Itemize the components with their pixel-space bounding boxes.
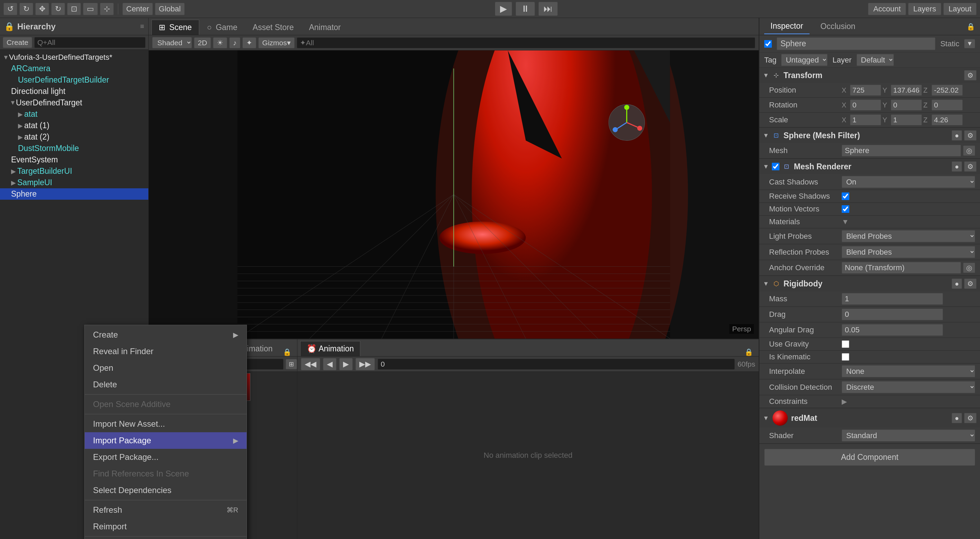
context-import-asset[interactable]: Import New Asset...: [85, 415, 247, 432]
context-reveal[interactable]: Reveal in Finder: [85, 343, 247, 360]
tree-item-arcamera[interactable]: ARCamera: [0, 63, 148, 74]
transform-tool[interactable]: ⊹: [100, 3, 114, 15]
tree-item-targetbuilder[interactable]: ▶ TargetBuilderUI: [0, 165, 148, 177]
transform-settings-btn[interactable]: ⚙: [964, 70, 977, 81]
occlusion-tab[interactable]: Occlusion: [815, 19, 862, 34]
pos-y-field[interactable]: [891, 85, 922, 96]
is-kinematic-checkbox[interactable]: [842, 353, 849, 361]
scale-y-field[interactable]: [891, 114, 922, 125]
anim-playpause-btn[interactable]: ▶: [339, 358, 353, 370]
scene-search[interactable]: [297, 37, 755, 48]
play-button[interactable]: ▶: [495, 2, 512, 16]
layers-btn[interactable]: Layers: [908, 3, 941, 15]
tab-scene[interactable]: ⊞ Scene: [151, 20, 199, 35]
hierarchy-scene-root[interactable]: ▼ Vuforia-3-UserDefinedTargets*: [0, 52, 148, 63]
mesh-filter-settings-btn[interactable]: ⚙: [964, 130, 977, 141]
object-name-field[interactable]: [777, 37, 935, 50]
rotate-tool[interactable]: ↻: [51, 3, 65, 15]
anim-frame-input[interactable]: [378, 359, 735, 370]
tab-animator[interactable]: Animator: [302, 20, 348, 35]
hierarchy-search[interactable]: [34, 37, 146, 48]
tree-item-dirlight[interactable]: Directional light: [0, 86, 148, 97]
tree-item-sampleui[interactable]: ▶ SampleUI: [0, 177, 148, 188]
mesh-renderer-ref-btn[interactable]: ●: [951, 161, 962, 172]
gizmos-btn[interactable]: Gizmos▾: [258, 37, 294, 48]
undo-btn[interactable]: ↺: [3, 3, 17, 15]
layout-btn[interactable]: Layout: [943, 3, 977, 15]
anchor-picker-btn[interactable]: ◎: [963, 263, 975, 273]
mesh-renderer-settings-btn[interactable]: ⚙: [964, 161, 977, 172]
mass-field[interactable]: [842, 293, 943, 305]
rigidbody-header[interactable]: ▼ ⬡ Rigidbody ● ⚙: [759, 276, 980, 291]
context-delete[interactable]: Delete: [85, 376, 247, 393]
shading-select[interactable]: Shaded: [152, 37, 192, 48]
context-import-package[interactable]: Import Package ▶: [85, 432, 247, 449]
hierarchy-create-btn[interactable]: Create: [3, 37, 32, 48]
light-btn[interactable]: ☀: [213, 37, 227, 48]
motion-vectors-checkbox[interactable]: [842, 205, 849, 213]
reflection-probes-select[interactable]: Blend Probes: [842, 246, 975, 258]
inspector-tab[interactable]: Inspector: [764, 19, 810, 34]
context-refresh[interactable]: Refresh ⌘R: [85, 502, 247, 518]
mesh-renderer-enabled[interactable]: [772, 163, 780, 170]
pos-x-field[interactable]: [850, 85, 881, 96]
tab-game[interactable]: ○ Game: [200, 20, 245, 35]
interpolate-select[interactable]: None: [842, 365, 975, 377]
collision-detection-select[interactable]: Discrete: [842, 381, 975, 393]
rect-tool[interactable]: ▭: [83, 3, 98, 15]
anim-next-btn[interactable]: ▶▶: [355, 358, 375, 370]
mesh-renderer-header[interactable]: ▼ ⊡ Mesh Renderer ● ⚙: [759, 159, 980, 174]
tree-item-eventsystem[interactable]: EventSystem: [0, 154, 148, 165]
tag-select[interactable]: Untagged: [781, 54, 827, 66]
context-open[interactable]: Open: [85, 360, 247, 376]
use-gravity-checkbox[interactable]: [842, 340, 849, 348]
add-component-btn[interactable]: Add Component: [764, 449, 975, 466]
redmat-ref-btn[interactable]: ●: [951, 413, 962, 423]
light-probes-select[interactable]: Blend Probes: [842, 230, 975, 242]
rot-x-field[interactable]: [850, 100, 881, 111]
tree-item-sphere[interactable]: Sphere: [0, 188, 148, 200]
mesh-field[interactable]: [842, 145, 961, 157]
sound-btn[interactable]: ♪: [229, 37, 241, 48]
scale-x-field[interactable]: [850, 114, 881, 125]
anchor-override-field[interactable]: [842, 262, 961, 274]
anim-prev-btn[interactable]: ◀: [323, 358, 336, 370]
tree-item-atat1[interactable]: ▶ atat (1): [0, 120, 148, 131]
anim-play-btn[interactable]: ◀◀: [301, 358, 320, 370]
step-button[interactable]: ⏭: [538, 2, 558, 16]
angular-drag-field[interactable]: [842, 324, 943, 336]
mesh-filter-ref-btn[interactable]: ●: [951, 130, 962, 141]
project-icons-btn[interactable]: ⊞: [286, 359, 297, 369]
redo-btn[interactable]: ↻: [19, 3, 33, 15]
tab-asset-store[interactable]: Asset Store: [245, 20, 301, 35]
context-select-deps[interactable]: Select Dependencies: [85, 482, 247, 499]
object-active-checkbox[interactable]: [764, 40, 772, 48]
receive-shadows-checkbox[interactable]: [842, 192, 849, 200]
tree-item-atat2[interactable]: ▶ atat (2): [0, 131, 148, 143]
panel-lock-icon[interactable]: 🔒: [280, 348, 294, 356]
rot-z-field[interactable]: [932, 100, 963, 111]
cast-shadows-select[interactable]: On: [842, 176, 975, 188]
shader-select[interactable]: Standard: [842, 430, 975, 442]
2d-btn[interactable]: 2D: [194, 37, 211, 48]
tree-item-udtb[interactable]: UserDefinedTargetBuilder: [0, 74, 148, 86]
pos-z-field[interactable]: [932, 85, 963, 96]
anim-lock-icon[interactable]: 🔒: [742, 348, 756, 356]
anim-tab[interactable]: ⏰ Animation: [300, 341, 360, 356]
scale-z-field[interactable]: [932, 114, 963, 125]
transform-header[interactable]: ▼ ⊹ Transform ⚙: [759, 68, 980, 83]
pause-button[interactable]: ⏸: [515, 2, 535, 16]
rigidbody-settings-btn[interactable]: ⚙: [964, 279, 977, 289]
rigidbody-ref-btn[interactable]: ●: [951, 279, 962, 289]
tree-item-udt[interactable]: ▼ UserDefinedTarget: [0, 97, 148, 108]
rot-y-field[interactable]: [891, 100, 922, 111]
global-btn[interactable]: Global: [155, 3, 185, 15]
layer-select[interactable]: Default: [857, 54, 894, 66]
inspector-lock-icon[interactable]: 🔒: [967, 22, 975, 31]
drag-field[interactable]: [842, 309, 943, 320]
move-tool[interactable]: ✥: [35, 3, 49, 15]
context-reimport[interactable]: Reimport: [85, 518, 247, 535]
context-export-package[interactable]: Export Package...: [85, 449, 247, 465]
tree-item-duststorm[interactable]: DustStormMobile: [0, 143, 148, 154]
account-btn[interactable]: Account: [868, 3, 906, 15]
